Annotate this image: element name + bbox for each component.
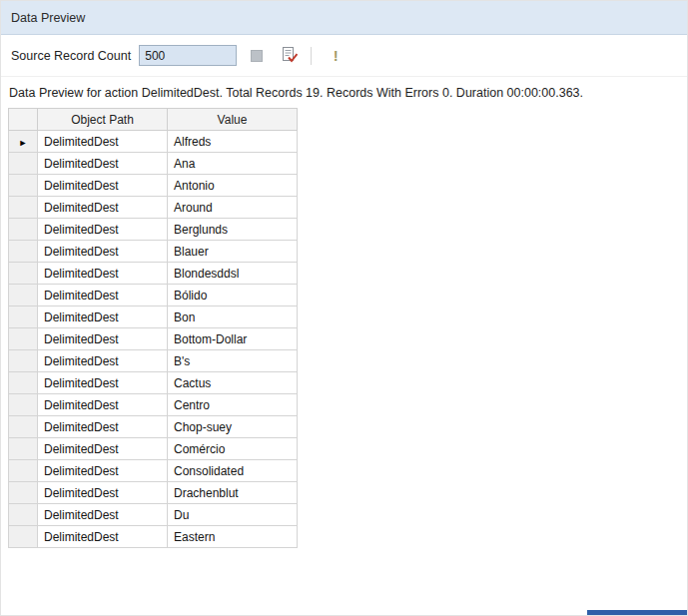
object-path-cell[interactable]: DelimitedDest bbox=[38, 263, 168, 285]
value-cell[interactable]: Antonio bbox=[168, 175, 298, 197]
object-path-cell[interactable]: DelimitedDest bbox=[38, 241, 168, 263]
object-path-cell[interactable]: DelimitedDest bbox=[38, 504, 168, 526]
table-row[interactable]: DelimitedDestDu bbox=[9, 504, 298, 526]
object-path-cell[interactable]: DelimitedDest bbox=[38, 482, 168, 504]
row-selector[interactable] bbox=[9, 438, 38, 460]
value-cell[interactable]: Du bbox=[168, 504, 298, 526]
row-selector[interactable] bbox=[9, 394, 38, 416]
row-selector[interactable] bbox=[9, 219, 38, 241]
exclamation-icon: ! bbox=[334, 48, 339, 63]
copy-data-button[interactable] bbox=[277, 44, 301, 68]
panel-titlebar: Data Preview bbox=[1, 1, 687, 35]
row-selector[interactable] bbox=[9, 350, 38, 372]
value-cell[interactable]: Bólido bbox=[168, 285, 298, 307]
row-selector[interactable]: ► bbox=[9, 131, 38, 153]
object-path-cell[interactable]: DelimitedDest bbox=[38, 416, 168, 438]
row-selector[interactable] bbox=[9, 526, 38, 548]
stop-icon bbox=[251, 50, 263, 62]
value-cell[interactable]: Alfreds bbox=[168, 131, 298, 153]
table-row[interactable]: DelimitedDestAround bbox=[9, 197, 298, 219]
row-selector[interactable] bbox=[9, 263, 38, 285]
table-row[interactable]: DelimitedDestComércio bbox=[9, 438, 298, 460]
table-row[interactable]: DelimitedDestAntonio bbox=[9, 175, 298, 197]
value-cell[interactable]: Chop-suey bbox=[168, 416, 298, 438]
table-row[interactable]: DelimitedDestCactus bbox=[9, 372, 298, 394]
value-cell[interactable]: Blondesddsl bbox=[168, 263, 298, 285]
current-row-arrow-icon: ► bbox=[19, 138, 28, 148]
table-row[interactable]: DelimitedDestAna bbox=[9, 153, 298, 175]
table-row[interactable]: DelimitedDestEastern bbox=[9, 526, 298, 548]
object-path-cell[interactable]: DelimitedDest bbox=[38, 307, 168, 328]
table-row[interactable]: DelimitedDestConsolidated bbox=[9, 460, 298, 482]
table-row[interactable]: DelimitedDestBólido bbox=[9, 285, 298, 307]
toolbar: Source Record Count ! bbox=[1, 35, 687, 77]
row-selector[interactable] bbox=[9, 241, 38, 263]
object-path-cell[interactable]: DelimitedDest bbox=[38, 153, 168, 175]
table-row[interactable]: DelimitedDestDrachenblut bbox=[9, 482, 298, 504]
column-header-value[interactable]: Value bbox=[168, 109, 298, 131]
value-cell[interactable]: Eastern bbox=[168, 526, 298, 548]
row-selector[interactable] bbox=[9, 153, 38, 175]
value-cell[interactable]: Berglunds bbox=[168, 219, 298, 241]
column-header-object-path[interactable]: Object Path bbox=[38, 109, 168, 131]
table-row[interactable]: DelimitedDestChop-suey bbox=[9, 416, 298, 438]
object-path-cell[interactable]: DelimitedDest bbox=[38, 131, 168, 153]
value-cell[interactable]: Bottom-Dollar bbox=[168, 328, 298, 350]
background-window-edge bbox=[587, 610, 687, 615]
document-red-check-icon bbox=[281, 46, 298, 66]
row-selector[interactable] bbox=[9, 372, 38, 394]
table-row[interactable]: DelimitedDestBlauer bbox=[9, 241, 298, 263]
object-path-cell[interactable]: DelimitedDest bbox=[38, 372, 168, 394]
object-path-cell[interactable]: DelimitedDest bbox=[38, 197, 168, 219]
table-row[interactable]: DelimitedDestBlondesddsl bbox=[9, 263, 298, 285]
object-path-cell[interactable]: DelimitedDest bbox=[38, 438, 168, 460]
alert-button[interactable]: ! bbox=[324, 44, 347, 68]
object-path-cell[interactable]: DelimitedDest bbox=[38, 285, 168, 307]
value-cell[interactable]: Bon bbox=[168, 307, 298, 328]
value-cell[interactable]: Blauer bbox=[168, 241, 298, 263]
row-selector[interactable] bbox=[9, 416, 38, 438]
row-selector[interactable] bbox=[9, 175, 38, 197]
table-row[interactable]: ►DelimitedDestAlfreds bbox=[9, 131, 298, 153]
panel-title: Data Preview bbox=[11, 11, 85, 25]
table-row[interactable]: DelimitedDestB's bbox=[9, 350, 298, 372]
status-text: Data Preview for action DelimitedDest. T… bbox=[1, 77, 687, 108]
value-cell[interactable]: Ana bbox=[168, 153, 298, 175]
value-cell[interactable]: Comércio bbox=[168, 438, 298, 460]
value-cell[interactable]: B's bbox=[168, 350, 298, 372]
value-cell[interactable]: Around bbox=[168, 197, 298, 219]
data-grid: Object Path Value ►DelimitedDestAlfredsD… bbox=[8, 108, 298, 548]
object-path-cell[interactable]: DelimitedDest bbox=[38, 460, 168, 482]
object-path-cell[interactable]: DelimitedDest bbox=[38, 328, 168, 350]
row-selector[interactable] bbox=[9, 197, 38, 219]
source-record-count-input[interactable] bbox=[139, 45, 237, 66]
row-selector[interactable] bbox=[9, 328, 38, 350]
grid-body: ►DelimitedDestAlfredsDelimitedDestAnaDel… bbox=[9, 131, 298, 548]
source-record-count-label: Source Record Count bbox=[11, 49, 131, 63]
row-selector[interactable] bbox=[9, 307, 38, 328]
row-selector-header bbox=[9, 109, 38, 131]
object-path-cell[interactable]: DelimitedDest bbox=[38, 350, 168, 372]
row-selector[interactable] bbox=[9, 460, 38, 482]
row-selector[interactable] bbox=[9, 504, 38, 526]
object-path-cell[interactable]: DelimitedDest bbox=[38, 394, 168, 416]
value-cell[interactable]: Drachenblut bbox=[168, 482, 298, 504]
table-row[interactable]: DelimitedDestCentro bbox=[9, 394, 298, 416]
object-path-cell[interactable]: DelimitedDest bbox=[38, 175, 168, 197]
stop-button[interactable] bbox=[245, 44, 269, 68]
grid-header: Object Path Value bbox=[9, 109, 298, 131]
data-preview-panel: Data Preview Source Record Count ! Data … bbox=[0, 0, 688, 616]
object-path-cell[interactable]: DelimitedDest bbox=[38, 526, 168, 548]
toolbar-separator bbox=[311, 47, 312, 65]
table-row[interactable]: DelimitedDestBottom-Dollar bbox=[9, 328, 298, 350]
value-cell[interactable]: Centro bbox=[168, 394, 298, 416]
object-path-cell[interactable]: DelimitedDest bbox=[38, 219, 168, 241]
value-cell[interactable]: Cactus bbox=[168, 372, 298, 394]
row-selector[interactable] bbox=[9, 482, 38, 504]
table-row[interactable]: DelimitedDestBon bbox=[9, 307, 298, 328]
row-selector[interactable] bbox=[9, 285, 38, 307]
value-cell[interactable]: Consolidated bbox=[168, 460, 298, 482]
table-row[interactable]: DelimitedDestBerglunds bbox=[9, 219, 298, 241]
